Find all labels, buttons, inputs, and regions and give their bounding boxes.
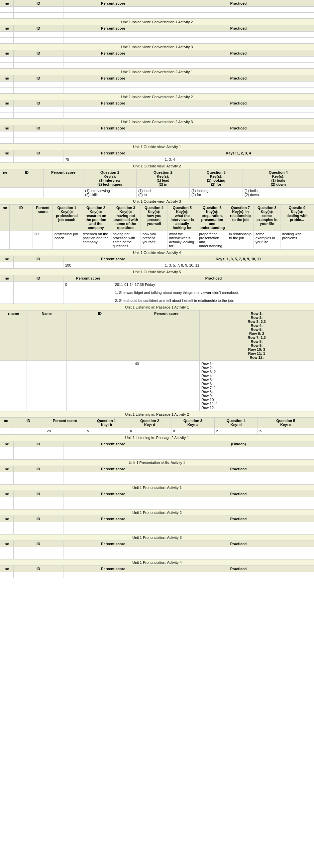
col-percent: Percent score bbox=[64, 75, 163, 82]
col-practiced: Practiced bbox=[163, 466, 314, 472]
col-ne: ne bbox=[0, 150, 13, 156]
page-container: ne ID Percent score Practiced Unit 1 Ins… bbox=[0, 0, 314, 578]
col-practiced: Practiced bbox=[163, 541, 314, 547]
section-pronunciation-act3-header: Unit 1 Pronunciation: Activity 3 bbox=[0, 534, 314, 540]
col-ne: ne bbox=[0, 50, 13, 57]
col-id: ID bbox=[10, 205, 33, 231]
col-q3: Question 3Key(s):having not practised wi… bbox=[111, 205, 141, 231]
col-practiced: Practiced bbox=[163, 125, 314, 131]
col-ne: ne bbox=[0, 125, 13, 131]
col-percent: Percent score bbox=[64, 150, 163, 156]
col-percent: Percent score bbox=[64, 491, 163, 497]
table-pronunciation-act3: ne ID Percent score Practiced bbox=[0, 540, 314, 559]
col-q1: Question 1Key: b bbox=[85, 418, 128, 428]
col-percent: Percent score bbox=[64, 25, 163, 32]
col-ne: ne bbox=[0, 491, 13, 497]
col-ne: ne bbox=[0, 516, 13, 522]
table-row: (1) interviewing(2) skills (1) lead(2) t… bbox=[0, 188, 314, 198]
col-percent: Percent score bbox=[64, 441, 163, 447]
col-ne: ne bbox=[0, 275, 13, 282]
section-pronunciation-act1-header: Unit 1 Pronunciation: Activity 1 bbox=[0, 484, 314, 491]
section-outside-act1-header: Unit 1 Outside view: Activity 1 bbox=[0, 144, 314, 150]
col-id: ID bbox=[13, 125, 64, 131]
table-outside-act1: ne ID Percent score Keys: 1, 2, 3, 4 75 … bbox=[0, 150, 314, 163]
col-percent: Percent score bbox=[64, 100, 163, 106]
col-percent: Percent score bbox=[64, 466, 163, 472]
col-practiced: Practiced bbox=[163, 50, 314, 57]
col-q6: Question 6Key(s):preparation, presentati… bbox=[197, 205, 227, 231]
col-id: ID bbox=[13, 256, 64, 262]
col-ne: ne bbox=[0, 566, 13, 572]
col-id: ID bbox=[13, 491, 64, 497]
col-percent: Percent score bbox=[64, 125, 163, 131]
table-listening-p2-act1: ne ID Percent score (Hidden) bbox=[0, 441, 314, 459]
col-ne: ne bbox=[0, 541, 13, 547]
col-id: ID bbox=[13, 75, 64, 82]
q2-answer: (1) lead(2) to bbox=[137, 188, 190, 198]
q1-answer: (1) interviewing(2) skills bbox=[83, 188, 137, 198]
section-conv1-act2-header: Unit 1 Inside view: Converstation 1 Acti… bbox=[0, 19, 314, 25]
table-outside-act2: ne ID Percent score Question 1Key(s):(1)… bbox=[0, 169, 314, 198]
section-outside-act3-header: Unit 1 Outside view: Activity 3 bbox=[0, 198, 314, 204]
col-ne: ne bbox=[0, 466, 13, 472]
col-percent: Percent score bbox=[64, 541, 163, 547]
q8-val: some examples in your life bbox=[254, 231, 280, 249]
table-conv1-act3: ne ID Percent score Practiced bbox=[0, 50, 314, 68]
col-rname: rname bbox=[0, 311, 27, 361]
col-id: ID bbox=[13, 50, 64, 57]
col-id: ID bbox=[13, 566, 64, 572]
col-ne: ne bbox=[0, 441, 13, 447]
q7-val: in relationship to the job bbox=[227, 231, 254, 249]
percent-value: 89 bbox=[33, 231, 53, 249]
col-id: ID bbox=[13, 100, 64, 106]
col-name: Name bbox=[27, 311, 67, 361]
col-ne: ne bbox=[0, 205, 10, 231]
col-ne: ne bbox=[0, 75, 13, 82]
col-id: ID bbox=[13, 441, 64, 447]
col-id: ID bbox=[13, 516, 64, 522]
col-q1: Question 1Key(s):(1) interview(2) techni… bbox=[83, 169, 137, 188]
table-pronunciation-act2: ne ID Percent score Practiced bbox=[0, 516, 314, 534]
q1-val: b bbox=[85, 428, 128, 434]
col-id: ID bbox=[13, 0, 64, 7]
table-row: 0 2011-01-14 17:38 Friday 1. She was fid… bbox=[0, 282, 314, 304]
col-practiced: Practiced bbox=[163, 491, 314, 497]
col-ne: ne bbox=[0, 256, 13, 262]
col-rows-key: Row 1: Row 2: Row 3: 2,3 Row 4: Row 5: R… bbox=[200, 311, 314, 361]
q3-val: having not practised with some of the qu… bbox=[111, 231, 141, 249]
col-practiced: Practiced bbox=[163, 75, 314, 82]
col-id: ID bbox=[10, 169, 43, 188]
section-listening-p2-act1-header: Unit 1 Listening in: Passage 2 Activity … bbox=[0, 434, 314, 441]
col-q5: Question 5Key(s):what the interviewer is… bbox=[168, 205, 197, 231]
col-id: ID bbox=[12, 418, 45, 428]
table-row: 43 Row 1: Row 2: Row 3: 2 Row 4: Row 5: … bbox=[0, 361, 314, 411]
section-conv2-act3-header: Unit 1 Inside view: Converstation 2 Acti… bbox=[0, 119, 314, 125]
section-outside-act5-header: Unit 1 Outside view: Activity 5 bbox=[0, 269, 314, 275]
col-q3: Question 3Key(s):(1) looking(2) for bbox=[190, 169, 243, 188]
q9-val: dealing with problems bbox=[280, 231, 314, 249]
col-ne: ne bbox=[0, 169, 10, 188]
table-row: 89 professinal job coach research on the… bbox=[0, 231, 314, 249]
col-id: ID bbox=[13, 541, 64, 547]
practiced-value: 2011-01-14 17:38 Friday 1. She was fidge… bbox=[113, 282, 314, 304]
top-partial-table: ne ID Percent score Practiced bbox=[0, 0, 314, 19]
col-practiced: Practiced bbox=[163, 566, 314, 572]
percent-value: 20 bbox=[45, 428, 85, 434]
col-q4: Question 4Key: d bbox=[215, 418, 258, 428]
section-presentation-act1-header: Unit 1 Presentation skills: Activity 1 bbox=[0, 459, 314, 466]
section-conv1-act3-header: Unit 1 Inside view: Converstation 1 Acti… bbox=[0, 43, 314, 50]
section-pronunciation-act4-header: Unit 1 Pronunciation: Activity 4 bbox=[0, 559, 314, 565]
table-outside-act5: ne ID Percent score Practiced 0 2011-01-… bbox=[0, 275, 314, 304]
col-practiced: Practiced bbox=[163, 0, 314, 7]
col-id: ID bbox=[13, 275, 64, 282]
table-conv2-act3: ne ID Percent score Practiced bbox=[0, 125, 314, 144]
table-presentation-act1: ne ID Percent score Practiced bbox=[0, 466, 314, 484]
percent-score-value: 75 bbox=[64, 156, 163, 163]
table-conv2-act2: ne ID Percent score Practiced bbox=[0, 100, 314, 119]
col-q1: Question 1Key(s):professionaljob coach bbox=[53, 205, 81, 231]
col-ne: ne bbox=[0, 0, 13, 7]
q2-val: a bbox=[128, 428, 171, 434]
col-percent: Percent score bbox=[64, 275, 113, 282]
col-q4: Question 4Key(s):how you present yoursel… bbox=[141, 205, 168, 231]
table-pronunciation-act1: ne ID Percent score Practiced bbox=[0, 491, 314, 509]
